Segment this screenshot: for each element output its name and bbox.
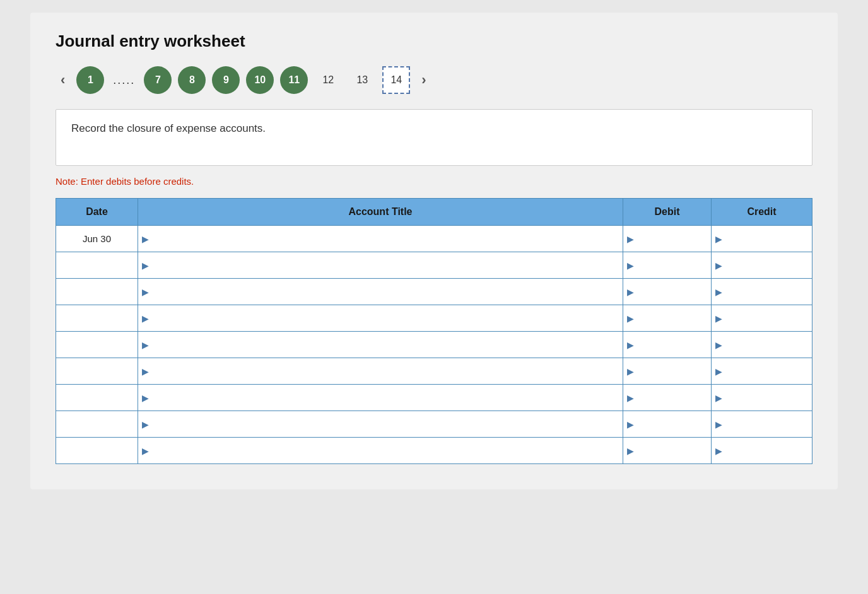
date-cell <box>56 385 138 411</box>
credit-input[interactable] <box>712 438 812 463</box>
debit-input[interactable] <box>623 252 711 278</box>
debit-cell[interactable]: ▶ <box>623 332 712 358</box>
next-arrow[interactable]: › <box>416 69 431 91</box>
debit-cell[interactable]: ▶ <box>623 279 712 305</box>
account-title-cell[interactable]: ▶ <box>138 279 623 305</box>
account-title-input[interactable] <box>138 411 623 437</box>
date-cell <box>56 411 138 438</box>
date-cell <box>56 252 138 279</box>
page-dots: ..... <box>110 74 138 87</box>
header-credit: Credit <box>712 199 812 226</box>
page-circle-10[interactable]: 10 <box>246 66 274 94</box>
credit-cell[interactable]: ▶ <box>712 252 812 279</box>
account-title-input[interactable] <box>138 305 623 331</box>
note-text: Note: Enter debits before credits. <box>56 176 812 187</box>
credit-cell[interactable]: ▶ <box>712 279 812 305</box>
page-circle-9[interactable]: 9 <box>212 66 240 94</box>
account-title-cell[interactable]: ▶ <box>138 226 623 252</box>
page-num-13[interactable]: 13 <box>348 66 376 94</box>
credit-input[interactable] <box>712 226 812 252</box>
account-title-cell[interactable]: ▶ <box>138 385 623 411</box>
debit-cell[interactable]: ▶ <box>623 411 712 438</box>
credit-input[interactable] <box>712 279 812 305</box>
description-box: Record the closure of expense accounts. <box>56 109 812 166</box>
credit-input[interactable] <box>712 252 812 278</box>
credit-input[interactable] <box>712 332 812 358</box>
debit-input[interactable] <box>623 385 711 411</box>
credit-cell[interactable]: ▶ <box>712 332 812 358</box>
account-title-input[interactable] <box>138 279 623 305</box>
header-debit: Debit <box>623 199 712 226</box>
table-row: ▶▶▶ <box>56 332 812 358</box>
debit-cell[interactable]: ▶ <box>623 252 712 279</box>
account-title-input[interactable] <box>138 226 623 252</box>
debit-cell[interactable]: ▶ <box>623 438 712 464</box>
credit-cell[interactable]: ▶ <box>712 385 812 411</box>
credit-input[interactable] <box>712 305 812 331</box>
page-circle-11[interactable]: 11 <box>280 66 308 94</box>
debit-input[interactable] <box>623 279 711 305</box>
credit-input[interactable] <box>712 411 812 437</box>
table-row: ▶▶▶ <box>56 279 812 305</box>
table-row: ▶▶▶ <box>56 385 812 411</box>
table-row: ▶▶▶ <box>56 438 812 464</box>
credit-cell[interactable]: ▶ <box>712 226 812 252</box>
debit-cell[interactable]: ▶ <box>623 385 712 411</box>
date-cell <box>56 358 138 385</box>
account-title-input[interactable] <box>138 332 623 358</box>
account-title-input[interactable] <box>138 438 623 463</box>
page-num-12[interactable]: 12 <box>314 66 342 94</box>
credit-cell[interactable]: ▶ <box>712 438 812 464</box>
account-title-cell[interactable]: ▶ <box>138 252 623 279</box>
page-title: Journal entry worksheet <box>56 32 812 51</box>
table-row: ▶▶▶ <box>56 305 812 332</box>
page-circle-1[interactable]: 1 <box>76 66 104 94</box>
account-title-cell[interactable]: ▶ <box>138 411 623 438</box>
debit-input[interactable] <box>623 305 711 331</box>
debit-input[interactable] <box>623 358 711 384</box>
account-title-cell[interactable]: ▶ <box>138 438 623 464</box>
table-row: ▶▶▶ <box>56 411 812 438</box>
debit-input[interactable] <box>623 411 711 437</box>
account-title-cell[interactable]: ▶ <box>138 358 623 385</box>
debit-cell[interactable]: ▶ <box>623 305 712 332</box>
table-row: Jun 30▶▶▶ <box>56 226 812 252</box>
table-row: ▶▶▶ <box>56 358 812 385</box>
page-num-14-active[interactable]: 14 <box>382 66 410 94</box>
pagination: ‹ 1 ..... 7 8 9 10 11 12 13 14 › <box>56 66 812 94</box>
date-cell <box>56 438 138 464</box>
prev-arrow[interactable]: ‹ <box>56 69 70 91</box>
header-date: Date <box>56 199 138 226</box>
debit-input[interactable] <box>623 438 711 463</box>
date-cell: Jun 30 <box>56 226 138 252</box>
page-container: Journal entry worksheet ‹ 1 ..... 7 8 9 … <box>30 13 838 489</box>
credit-cell[interactable]: ▶ <box>712 358 812 385</box>
debit-input[interactable] <box>623 332 711 358</box>
account-title-input[interactable] <box>138 252 623 278</box>
account-title-input[interactable] <box>138 358 623 384</box>
table-row: ▶▶▶ <box>56 252 812 279</box>
page-circle-8[interactable]: 8 <box>178 66 206 94</box>
date-cell <box>56 332 138 358</box>
credit-input[interactable] <box>712 385 812 411</box>
debit-input[interactable] <box>623 226 711 252</box>
date-cell <box>56 279 138 305</box>
journal-table: Date Account Title Debit Credit Jun 30▶▶… <box>56 198 812 464</box>
header-account-title: Account Title <box>138 199 623 226</box>
page-circle-7[interactable]: 7 <box>144 66 172 94</box>
date-cell <box>56 305 138 332</box>
account-title-input[interactable] <box>138 385 623 411</box>
credit-cell[interactable]: ▶ <box>712 411 812 438</box>
account-title-cell[interactable]: ▶ <box>138 305 623 332</box>
account-title-cell[interactable]: ▶ <box>138 332 623 358</box>
debit-cell[interactable]: ▶ <box>623 226 712 252</box>
credit-input[interactable] <box>712 358 812 384</box>
debit-cell[interactable]: ▶ <box>623 358 712 385</box>
credit-cell[interactable]: ▶ <box>712 305 812 332</box>
description-text: Record the closure of expense accounts. <box>71 122 797 135</box>
table-header-row: Date Account Title Debit Credit <box>56 199 812 226</box>
